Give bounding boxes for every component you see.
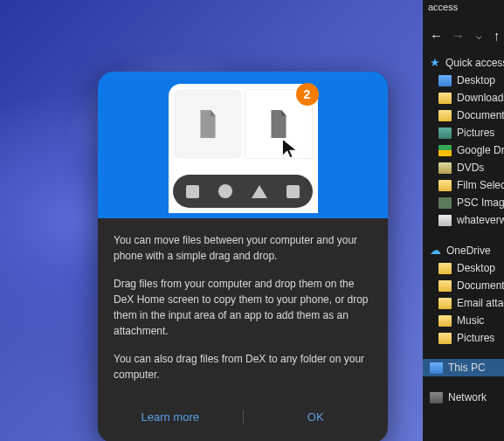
cursor-icon — [280, 137, 300, 160]
tree-pictures[interactable]: Pictures — [423, 124, 504, 141]
tree-label: Quick access — [445, 57, 504, 69]
tree-label: Music — [457, 314, 484, 327]
tree-label: Google Dri — [457, 144, 504, 156]
nav-recents-icon — [186, 185, 199, 198]
folder-icon — [438, 215, 452, 226]
dialog-para-3: You can also drag files from DeX to any … — [114, 351, 372, 382]
tree-whatever[interactable]: whateverwa — [423, 211, 504, 229]
dex-drag-drop-dialog: 2 You can move files between your comput… — [98, 72, 388, 441]
tree-label: Downloads — [457, 92, 504, 104]
nav-history-dropdown[interactable]: ⌄ — [473, 27, 485, 43]
illustration-file-right: 2 — [245, 89, 313, 159]
nav-back-button[interactable]: ← — [430, 28, 443, 43]
tree-label: PSC Image — [457, 196, 504, 209]
tree-od-pictures[interactable]: Pictures — [423, 329, 504, 347]
tree-label: Documents — [457, 109, 504, 121]
illustration-card: 2 — [169, 84, 318, 213]
nav-back-icon — [252, 185, 267, 198]
tree-desktop[interactable]: Desktop — [423, 72, 504, 89]
folder-icon — [438, 110, 452, 121]
tree-label: Pictures — [457, 332, 494, 344]
google-drive-icon — [438, 145, 452, 156]
tree-od-music[interactable]: Music — [423, 312, 504, 329]
tree-label: Desktop — [457, 74, 495, 86]
illustration-file-left — [174, 89, 242, 159]
tree-psc-images[interactable]: PSC Image — [423, 194, 504, 211]
folder-icon — [438, 333, 452, 344]
panel-header: access — [423, 0, 504, 20]
learn-more-button[interactable]: Learn more — [98, 403, 243, 431]
ok-button[interactable]: OK — [244, 403, 389, 431]
tree-label: OneDrive — [446, 245, 491, 257]
tree-label: Pictures — [457, 127, 494, 139]
network-icon — [430, 392, 443, 403]
pc-icon — [430, 362, 443, 374]
tree-dvds[interactable]: DVDs — [423, 159, 504, 176]
folder-icon — [438, 197, 452, 209]
folder-icon — [438, 93, 452, 104]
tree-od-documents[interactable]: Documents — [423, 277, 504, 294]
tree-quick-access[interactable]: ★Quick access — [423, 53, 504, 72]
tree-label: Email attac — [457, 297, 504, 309]
explorer-nav: ← → ⌄ ↑ — [423, 20, 504, 52]
nav-home-icon — [218, 184, 232, 198]
folder-icon — [438, 315, 452, 327]
dialog-actions: Learn more OK — [98, 398, 388, 441]
tree-label: Network — [448, 391, 487, 403]
tree-label: This PC — [448, 362, 486, 374]
header-fragment: access — [428, 2, 458, 12]
dialog-illustration: 2 — [98, 72, 388, 218]
tree-label: DVDs — [457, 162, 484, 174]
android-nav-bar — [173, 175, 313, 208]
tree-onedrive[interactable]: ☁OneDrive — [423, 241, 504, 259]
nav-forward-button[interactable]: → — [452, 28, 465, 43]
tree-film-select[interactable]: Film Select — [423, 176, 504, 194]
folder-icon — [438, 280, 452, 292]
tree-od-desktop[interactable]: Desktop — [423, 259, 504, 277]
dialog-para-2: Drag files from your computer and drop t… — [114, 276, 372, 339]
tree-od-email[interactable]: Email attac — [423, 294, 504, 312]
tree-downloads[interactable]: Downloads — [423, 89, 504, 107]
explorer-tree: ★Quick access Desktop Downloads Document… — [423, 52, 504, 408]
folder-icon — [438, 162, 452, 174]
tree-label: Film Select — [457, 179, 504, 191]
tree-network[interactable]: Network — [423, 389, 504, 406]
tree-this-pc[interactable]: This PC — [423, 359, 504, 376]
folder-icon — [438, 298, 452, 309]
pictures-icon — [438, 127, 452, 139]
desktop-icon — [438, 75, 452, 86]
nav-extra-icon — [287, 185, 300, 198]
star-icon: ★ — [430, 56, 440, 69]
file-count-badge: 2 — [296, 83, 319, 106]
folder-icon — [438, 263, 452, 274]
cloud-icon: ☁ — [430, 244, 441, 257]
folder-icon — [438, 180, 452, 191]
tree-label: Documents — [457, 279, 504, 292]
dialog-body: You can move files between your computer… — [98, 218, 388, 398]
tree-documents[interactable]: Documents — [423, 107, 504, 124]
explorer-panel: access ← → ⌄ ↑ ★Quick access Desktop Dow… — [423, 0, 504, 441]
tree-label: Desktop — [457, 262, 495, 274]
dialog-para-1: You can move files between your computer… — [114, 232, 372, 264]
nav-up-button[interactable]: ↑ — [494, 28, 501, 43]
tree-google-drive[interactable]: Google Dri — [423, 141, 504, 159]
tree-label: whateverwa — [457, 214, 504, 226]
